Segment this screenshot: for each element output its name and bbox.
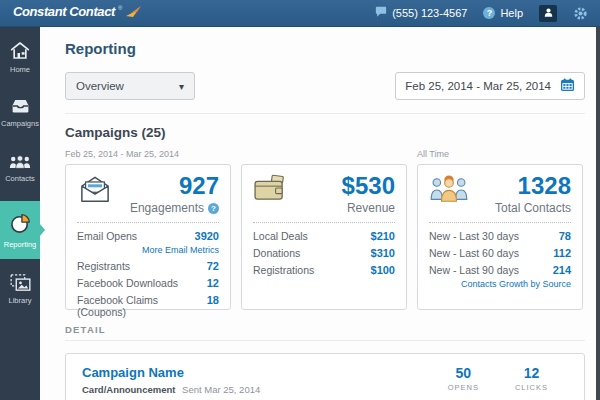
total-contacts-value: 1328 [495,174,571,198]
more-email-metrics-link[interactable]: More Email Metrics [77,244,219,257]
contacts-growth-link[interactable]: Contacts Growth by Source [429,278,571,291]
engagements-card: 927 Engagements ? Email Opens 3920 More … [65,164,231,310]
reporting-pie-chart-icon [9,212,32,237]
sidebar-item-contacts[interactable]: Contacts [0,143,40,195]
phone-contact[interactable]: (555) 123-4567 [375,6,467,20]
metric-row: Facebook Downloads 12 [77,274,219,291]
detail-divider [65,340,585,341]
person-icon [543,4,554,22]
sidebar-item-label: Contacts [5,174,35,183]
total-contacts-label: Total Contacts [495,201,571,215]
date-range-value: Feb 25, 2014 - Mar 25, 2014 [405,80,551,92]
report-type-dropdown[interactable]: Overview ▾ [65,72,195,100]
revenue-card: $530 Revenue Local Deals $210 Donations … [241,164,407,310]
constant-contact-logo[interactable]: Constant Contact ® [13,4,142,22]
library-image-icon [10,274,31,293]
metric-value: 78 [559,230,571,242]
metric-label: New - Last 60 days [429,247,519,259]
sidebar-nav: Home Campaigns C [0,27,40,400]
settings-gear-icon[interactable] [573,6,588,21]
clicks-stat: 12 CLICKS [515,365,548,400]
sidebar-item-reporting[interactable]: Reporting [0,201,40,259]
metric-row: Email Opens 3920 [77,227,219,244]
sidebar-item-label: Library [9,296,32,305]
top-bar: Constant Contact ® (555) 123-4567 ? [0,0,600,27]
sidebar-item-home[interactable]: Home [0,31,40,83]
campaigns-heading: Campaigns (25) [65,125,585,140]
metric-value: 72 [207,260,219,272]
metric-value: 12 [207,277,219,289]
logo-text: Constant Contact [13,4,115,19]
revenue-value: $530 [342,174,395,198]
engagements-help-icon[interactable]: ? [208,203,219,214]
campaign-info: Campaign Name Card/Announcement Sent Mar… [82,365,260,400]
contacts-group-icon [429,174,469,215]
logo-flag-icon [125,4,142,22]
metric-value: $100 [371,264,395,276]
dotted-divider [77,222,219,223]
metric-row: Donations $310 [253,244,395,261]
campaign-detail-row: Campaign Name Card/Announcement Sent Mar… [65,353,585,400]
chevron-down-icon: ▾ [179,81,184,92]
contacts-people-icon [9,155,31,171]
metric-row: New - Last 30 days 78 [429,227,571,244]
total-contacts-card: 1328 Total Contacts New - Last 30 days 7… [417,164,583,310]
metric-row: Local Deals $210 [253,227,395,244]
campaign-sent-date: Sent Mar 25, 2014 [182,384,260,395]
metric-row: New - Last 60 days 112 [429,244,571,261]
engagements-label: Engagements [130,201,204,215]
report-controls: Overview ▾ Feb 25, 2014 - Mar 25, 2014 [65,72,585,100]
help-link[interactable]: ? Help [483,7,523,19]
metric-row: New - Last 90 days 214 [429,261,571,278]
metric-value: 214 [553,264,571,276]
help-icon: ? [483,7,495,19]
clicks-value: 12 [515,365,548,381]
metric-label: New - Last 30 days [429,230,519,242]
engagements-value: 927 [130,174,219,198]
metric-value: $310 [371,247,395,259]
metric-value: $210 [371,230,395,242]
campaign-stats: 50 OPENS 12 CLICKS [448,365,548,400]
metric-label: Email Opens [77,230,137,242]
summary-cards: 927 Engagements ? Email Opens 3920 More … [65,164,585,310]
clicks-label: CLICKS [515,383,548,392]
home-icon [10,41,30,62]
envelope-icon [77,174,113,215]
help-label: Help [500,7,523,19]
window-edge-strip [596,27,600,400]
metric-value: 112 [553,247,571,259]
cards-date-labels: Feb 25, 2014 - Mar 25, 2014 All Time [65,149,585,160]
opens-label: OPENS [448,383,479,392]
topbar-actions: (555) 123-4567 ? Help [375,5,588,22]
metric-value: 3920 [195,230,219,242]
metric-label: Registrants [77,260,130,272]
metric-label: Facebook Downloads [77,277,178,289]
campaign-meta: Card/Announcement Sent Mar 25, 2014 [82,384,260,395]
sidebar-item-label: Reporting [4,240,37,249]
app-window: Constant Contact ® (555) 123-4567 ? [0,0,600,400]
metric-row: Facebook Claims (Coupons) 18 [77,291,219,320]
header-divider [65,113,585,114]
metric-label: New - Last 90 days [429,264,519,276]
opens-value: 50 [448,365,479,381]
all-time-label: All Time [417,149,449,159]
metric-label: Donations [253,247,300,259]
account-button[interactable] [539,5,557,22]
sidebar-item-campaigns[interactable]: Campaigns [0,87,40,139]
campaign-type: Card/Announcement [82,384,175,395]
sidebar-item-label: Campaigns [1,119,39,128]
sidebar-item-library[interactable]: Library [0,263,40,315]
campaign-name-link[interactable]: Campaign Name [82,365,260,380]
revenue-label: Revenue [347,201,395,215]
date-range-picker[interactable]: Feb 25, 2014 - Mar 25, 2014 [395,72,585,100]
registered-mark: ® [118,5,122,11]
dotted-divider [429,222,571,223]
page-title: Reporting [65,40,585,57]
sidebar-item-label: Home [10,65,30,74]
opens-stat: 50 OPENS [448,365,479,400]
metric-label: Local Deals [253,230,308,242]
phone-number: (555) 123-4567 [392,7,467,19]
campaigns-inbox-icon [10,98,31,116]
metric-row: Registrations $100 [253,261,395,278]
wallet-icon [253,174,287,215]
